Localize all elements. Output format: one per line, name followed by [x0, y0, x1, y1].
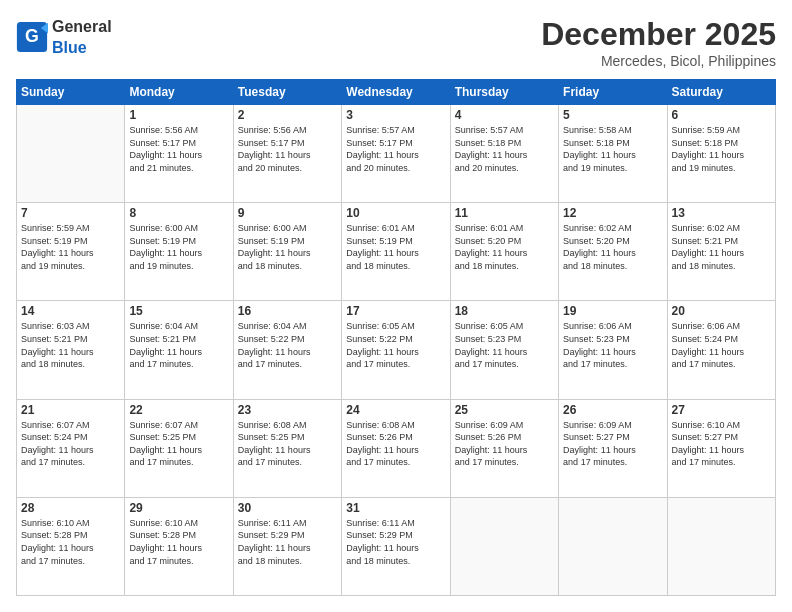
cell-info: Sunrise: 5:57 AMSunset: 5:17 PMDaylight:… — [346, 124, 445, 174]
cell-info: Sunrise: 6:02 AMSunset: 5:20 PMDaylight:… — [563, 222, 662, 272]
day-number: 30 — [238, 501, 337, 515]
calendar-table: SundayMondayTuesdayWednesdayThursdayFrid… — [16, 79, 776, 596]
calendar-week-5: 28Sunrise: 6:10 AMSunset: 5:28 PMDayligh… — [17, 497, 776, 595]
header: G General Blue December 2025 Mercedes, B… — [16, 16, 776, 69]
calendar-cell: 12Sunrise: 6:02 AMSunset: 5:20 PMDayligh… — [559, 203, 667, 301]
calendar-cell: 15Sunrise: 6:04 AMSunset: 5:21 PMDayligh… — [125, 301, 233, 399]
calendar-cell: 27Sunrise: 6:10 AMSunset: 5:27 PMDayligh… — [667, 399, 775, 497]
calendar-cell: 16Sunrise: 6:04 AMSunset: 5:22 PMDayligh… — [233, 301, 341, 399]
day-number: 1 — [129, 108, 228, 122]
cell-info: Sunrise: 6:01 AMSunset: 5:20 PMDaylight:… — [455, 222, 554, 272]
day-number: 29 — [129, 501, 228, 515]
day-number: 14 — [21, 304, 120, 318]
location: Mercedes, Bicol, Philippines — [541, 53, 776, 69]
day-header-saturday: Saturday — [667, 80, 775, 105]
calendar-cell: 11Sunrise: 6:01 AMSunset: 5:20 PMDayligh… — [450, 203, 558, 301]
cell-info: Sunrise: 6:04 AMSunset: 5:22 PMDaylight:… — [238, 320, 337, 370]
calendar-week-4: 21Sunrise: 6:07 AMSunset: 5:24 PMDayligh… — [17, 399, 776, 497]
day-number: 31 — [346, 501, 445, 515]
day-number: 11 — [455, 206, 554, 220]
cell-info: Sunrise: 6:07 AMSunset: 5:25 PMDaylight:… — [129, 419, 228, 469]
calendar-cell: 24Sunrise: 6:08 AMSunset: 5:26 PMDayligh… — [342, 399, 450, 497]
month-title: December 2025 — [541, 16, 776, 53]
day-number: 8 — [129, 206, 228, 220]
calendar-cell: 22Sunrise: 6:07 AMSunset: 5:25 PMDayligh… — [125, 399, 233, 497]
calendar-cell: 28Sunrise: 6:10 AMSunset: 5:28 PMDayligh… — [17, 497, 125, 595]
day-number: 12 — [563, 206, 662, 220]
day-number: 21 — [21, 403, 120, 417]
calendar-cell: 9Sunrise: 6:00 AMSunset: 5:19 PMDaylight… — [233, 203, 341, 301]
day-header-thursday: Thursday — [450, 80, 558, 105]
day-number: 28 — [21, 501, 120, 515]
title-block: December 2025 Mercedes, Bicol, Philippin… — [541, 16, 776, 69]
calendar-week-2: 7Sunrise: 5:59 AMSunset: 5:19 PMDaylight… — [17, 203, 776, 301]
calendar-cell: 30Sunrise: 6:11 AMSunset: 5:29 PMDayligh… — [233, 497, 341, 595]
cell-info: Sunrise: 6:08 AMSunset: 5:26 PMDaylight:… — [346, 419, 445, 469]
calendar-cell: 20Sunrise: 6:06 AMSunset: 5:24 PMDayligh… — [667, 301, 775, 399]
day-number: 13 — [672, 206, 771, 220]
cell-info: Sunrise: 6:01 AMSunset: 5:19 PMDaylight:… — [346, 222, 445, 272]
day-number: 20 — [672, 304, 771, 318]
day-number: 10 — [346, 206, 445, 220]
cell-info: Sunrise: 6:06 AMSunset: 5:23 PMDaylight:… — [563, 320, 662, 370]
calendar-cell: 23Sunrise: 6:08 AMSunset: 5:25 PMDayligh… — [233, 399, 341, 497]
cell-info: Sunrise: 6:04 AMSunset: 5:21 PMDaylight:… — [129, 320, 228, 370]
cell-info: Sunrise: 6:05 AMSunset: 5:22 PMDaylight:… — [346, 320, 445, 370]
logo: G General Blue — [16, 16, 112, 58]
calendar-cell: 25Sunrise: 6:09 AMSunset: 5:26 PMDayligh… — [450, 399, 558, 497]
calendar-cell — [17, 105, 125, 203]
calendar-cell — [450, 497, 558, 595]
day-number: 9 — [238, 206, 337, 220]
calendar-cell: 1Sunrise: 5:56 AMSunset: 5:17 PMDaylight… — [125, 105, 233, 203]
cell-info: Sunrise: 6:10 AMSunset: 5:28 PMDaylight:… — [21, 517, 120, 567]
calendar-cell: 19Sunrise: 6:06 AMSunset: 5:23 PMDayligh… — [559, 301, 667, 399]
cell-info: Sunrise: 5:56 AMSunset: 5:17 PMDaylight:… — [238, 124, 337, 174]
day-number: 5 — [563, 108, 662, 122]
page: G General Blue December 2025 Mercedes, B… — [0, 0, 792, 612]
cell-info: Sunrise: 5:56 AMSunset: 5:17 PMDaylight:… — [129, 124, 228, 174]
cell-info: Sunrise: 6:11 AMSunset: 5:29 PMDaylight:… — [346, 517, 445, 567]
calendar-cell: 14Sunrise: 6:03 AMSunset: 5:21 PMDayligh… — [17, 301, 125, 399]
calendar-cell: 13Sunrise: 6:02 AMSunset: 5:21 PMDayligh… — [667, 203, 775, 301]
calendar-cell: 7Sunrise: 5:59 AMSunset: 5:19 PMDaylight… — [17, 203, 125, 301]
day-number: 22 — [129, 403, 228, 417]
cell-info: Sunrise: 6:03 AMSunset: 5:21 PMDaylight:… — [21, 320, 120, 370]
cell-info: Sunrise: 5:59 AMSunset: 5:18 PMDaylight:… — [672, 124, 771, 174]
cell-info: Sunrise: 6:06 AMSunset: 5:24 PMDaylight:… — [672, 320, 771, 370]
calendar-cell: 31Sunrise: 6:11 AMSunset: 5:29 PMDayligh… — [342, 497, 450, 595]
day-number: 25 — [455, 403, 554, 417]
logo-icon: G — [16, 21, 48, 53]
day-number: 7 — [21, 206, 120, 220]
day-number: 19 — [563, 304, 662, 318]
day-number: 6 — [672, 108, 771, 122]
calendar-cell: 21Sunrise: 6:07 AMSunset: 5:24 PMDayligh… — [17, 399, 125, 497]
day-number: 4 — [455, 108, 554, 122]
calendar-cell: 17Sunrise: 6:05 AMSunset: 5:22 PMDayligh… — [342, 301, 450, 399]
day-header-tuesday: Tuesday — [233, 80, 341, 105]
calendar-cell: 5Sunrise: 5:58 AMSunset: 5:18 PMDaylight… — [559, 105, 667, 203]
day-number: 17 — [346, 304, 445, 318]
calendar-week-1: 1Sunrise: 5:56 AMSunset: 5:17 PMDaylight… — [17, 105, 776, 203]
day-number: 3 — [346, 108, 445, 122]
day-number: 26 — [563, 403, 662, 417]
cell-info: Sunrise: 5:57 AMSunset: 5:18 PMDaylight:… — [455, 124, 554, 174]
svg-text:G: G — [25, 26, 39, 46]
cell-info: Sunrise: 6:11 AMSunset: 5:29 PMDaylight:… — [238, 517, 337, 567]
calendar-cell — [559, 497, 667, 595]
calendar-cell: 26Sunrise: 6:09 AMSunset: 5:27 PMDayligh… — [559, 399, 667, 497]
cell-info: Sunrise: 6:00 AMSunset: 5:19 PMDaylight:… — [238, 222, 337, 272]
cell-info: Sunrise: 6:08 AMSunset: 5:25 PMDaylight:… — [238, 419, 337, 469]
cell-info: Sunrise: 6:07 AMSunset: 5:24 PMDaylight:… — [21, 419, 120, 469]
day-header-sunday: Sunday — [17, 80, 125, 105]
day-number: 24 — [346, 403, 445, 417]
calendar-cell: 8Sunrise: 6:00 AMSunset: 5:19 PMDaylight… — [125, 203, 233, 301]
day-header-monday: Monday — [125, 80, 233, 105]
cell-info: Sunrise: 6:09 AMSunset: 5:26 PMDaylight:… — [455, 419, 554, 469]
day-number: 18 — [455, 304, 554, 318]
calendar-cell: 10Sunrise: 6:01 AMSunset: 5:19 PMDayligh… — [342, 203, 450, 301]
day-number: 2 — [238, 108, 337, 122]
day-number: 15 — [129, 304, 228, 318]
calendar-cell — [667, 497, 775, 595]
calendar-week-3: 14Sunrise: 6:03 AMSunset: 5:21 PMDayligh… — [17, 301, 776, 399]
calendar-cell: 29Sunrise: 6:10 AMSunset: 5:28 PMDayligh… — [125, 497, 233, 595]
